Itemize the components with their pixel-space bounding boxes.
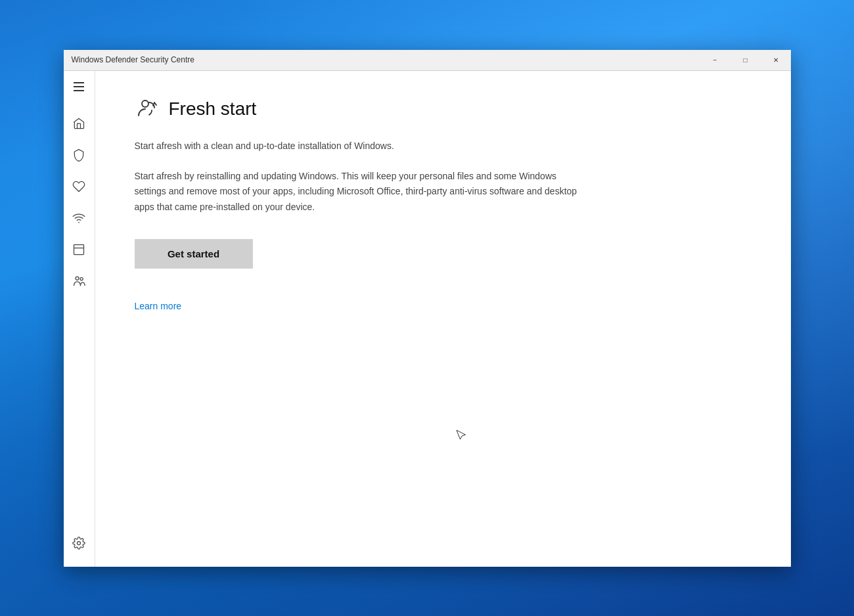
network-icon [72, 211, 85, 225]
learn-more-link[interactable]: Learn more [135, 301, 182, 311]
settings-icon [72, 537, 85, 550]
maximize-button[interactable]: □ [730, 49, 761, 70]
svg-point-6 [142, 100, 148, 107]
sidebar-item-health[interactable] [64, 171, 95, 202]
browser-icon [72, 243, 85, 256]
svg-rect-1 [74, 244, 84, 254]
window-body: Fresh start Start afresh with a clean an… [64, 71, 791, 567]
titlebar: Windows Defender Security Centre − □ ✕ [64, 50, 791, 71]
svg-point-5 [78, 541, 81, 544]
app-window: Windows Defender Security Centre − □ ✕ [64, 50, 791, 567]
shield-icon [72, 148, 85, 162]
sidebar-item-shield[interactable] [64, 139, 95, 171]
page-title: Fresh start [169, 99, 257, 120]
main-content: Fresh start Start afresh with a clean an… [95, 71, 791, 567]
sidebar [64, 71, 95, 567]
page-header: Fresh start [135, 97, 752, 121]
close-button[interactable]: ✕ [761, 49, 791, 70]
hamburger-button[interactable] [64, 71, 95, 102]
page-description: Start afresh by reinstalling and updatin… [135, 169, 581, 215]
hamburger-icon [74, 82, 84, 91]
window-title: Windows Defender Security Centre [72, 55, 194, 64]
get-started-button[interactable]: Get started [135, 239, 253, 269]
sidebar-item-settings[interactable] [64, 527, 95, 559]
sidebar-item-network[interactable] [64, 202, 95, 234]
home-icon [72, 117, 85, 130]
family-icon [72, 275, 85, 288]
window-controls: − □ ✕ [700, 49, 791, 70]
fresh-start-icon [135, 97, 158, 121]
svg-point-4 [80, 277, 83, 280]
svg-point-3 [76, 276, 79, 280]
sidebar-item-family[interactable] [64, 265, 95, 297]
minimize-button[interactable]: − [700, 49, 730, 70]
heart-icon [72, 180, 85, 193]
sidebar-item-browser[interactable] [64, 234, 95, 265]
svg-point-0 [78, 221, 79, 223]
page-subtitle: Start afresh with a clean and up-to-date… [135, 139, 752, 153]
sidebar-item-home[interactable] [64, 108, 95, 139]
